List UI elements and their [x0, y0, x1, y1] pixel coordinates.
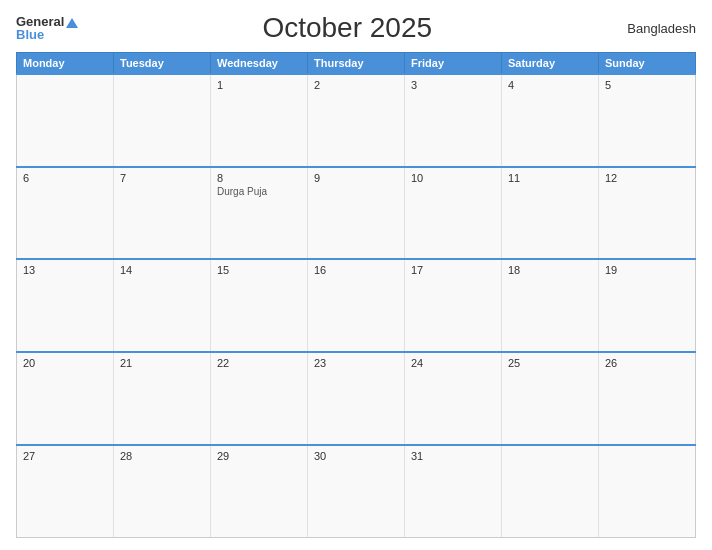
day-cell: [599, 445, 696, 538]
day-cell: 27: [17, 445, 114, 538]
day-cell: [502, 445, 599, 538]
day-cell: 4: [502, 74, 599, 167]
day-number: 9: [314, 172, 398, 184]
day-number: 16: [314, 264, 398, 276]
day-number: 19: [605, 264, 689, 276]
logo-blue-text: Blue: [16, 28, 44, 41]
calendar-table: Monday Tuesday Wednesday Thursday Friday…: [16, 52, 696, 538]
day-number: 27: [23, 450, 107, 462]
day-number: 25: [508, 357, 592, 369]
week-row-0: 12345: [17, 74, 696, 167]
day-cell: 17: [405, 259, 502, 352]
day-number: 20: [23, 357, 107, 369]
day-cell: 2: [308, 74, 405, 167]
day-number: 1: [217, 79, 301, 91]
header-wednesday: Wednesday: [211, 53, 308, 75]
day-cell: 6: [17, 167, 114, 260]
day-cell: 11: [502, 167, 599, 260]
week-row-4: 2728293031: [17, 445, 696, 538]
day-number: 21: [120, 357, 204, 369]
day-cell: 7: [114, 167, 211, 260]
day-cell: 29: [211, 445, 308, 538]
day-cell: 8Durga Puja: [211, 167, 308, 260]
logo: General Blue: [16, 15, 78, 41]
day-cell: 3: [405, 74, 502, 167]
day-number: 7: [120, 172, 204, 184]
day-number: 17: [411, 264, 495, 276]
day-number: 30: [314, 450, 398, 462]
day-cell: 21: [114, 352, 211, 445]
header-tuesday: Tuesday: [114, 53, 211, 75]
day-cell: [17, 74, 114, 167]
day-number: 8: [217, 172, 301, 184]
calendar-header: General Blue October 2025 Bangladesh: [16, 12, 696, 44]
day-cell: 28: [114, 445, 211, 538]
day-cell: 12: [599, 167, 696, 260]
day-cell: 18: [502, 259, 599, 352]
day-number: 23: [314, 357, 398, 369]
day-number: 14: [120, 264, 204, 276]
day-number: 28: [120, 450, 204, 462]
day-number: 22: [217, 357, 301, 369]
day-cell: 16: [308, 259, 405, 352]
day-number: 2: [314, 79, 398, 91]
day-number: 13: [23, 264, 107, 276]
day-cell: 14: [114, 259, 211, 352]
header-friday: Friday: [405, 53, 502, 75]
day-number: 12: [605, 172, 689, 184]
day-cell: 13: [17, 259, 114, 352]
day-cell: 19: [599, 259, 696, 352]
day-number: 5: [605, 79, 689, 91]
day-cell: 20: [17, 352, 114, 445]
header-monday: Monday: [17, 53, 114, 75]
day-number: 3: [411, 79, 495, 91]
day-cell: 31: [405, 445, 502, 538]
week-row-2: 13141516171819: [17, 259, 696, 352]
day-number: 11: [508, 172, 592, 184]
week-row-3: 20212223242526: [17, 352, 696, 445]
day-cell: 22: [211, 352, 308, 445]
logo-triangle-icon: [66, 18, 78, 28]
days-header-row: Monday Tuesday Wednesday Thursday Friday…: [17, 53, 696, 75]
day-number: 4: [508, 79, 592, 91]
day-number: 18: [508, 264, 592, 276]
country-label: Bangladesh: [616, 21, 696, 36]
day-number: 6: [23, 172, 107, 184]
calendar-title: October 2025: [78, 12, 616, 44]
day-number: 10: [411, 172, 495, 184]
day-cell: 9: [308, 167, 405, 260]
day-cell: 23: [308, 352, 405, 445]
day-cell: 30: [308, 445, 405, 538]
day-number: 15: [217, 264, 301, 276]
day-cell: 26: [599, 352, 696, 445]
day-cell: [114, 74, 211, 167]
day-cell: 25: [502, 352, 599, 445]
day-number: 24: [411, 357, 495, 369]
day-event: Durga Puja: [217, 186, 301, 197]
day-cell: 15: [211, 259, 308, 352]
day-cell: 10: [405, 167, 502, 260]
day-number: 26: [605, 357, 689, 369]
day-cell: 5: [599, 74, 696, 167]
day-number: 29: [217, 450, 301, 462]
day-number: 31: [411, 450, 495, 462]
week-row-1: 678Durga Puja9101112: [17, 167, 696, 260]
header-thursday: Thursday: [308, 53, 405, 75]
day-cell: 1: [211, 74, 308, 167]
header-sunday: Sunday: [599, 53, 696, 75]
header-saturday: Saturday: [502, 53, 599, 75]
calendar-page: General Blue October 2025 Bangladesh Mon…: [0, 0, 712, 550]
day-cell: 24: [405, 352, 502, 445]
